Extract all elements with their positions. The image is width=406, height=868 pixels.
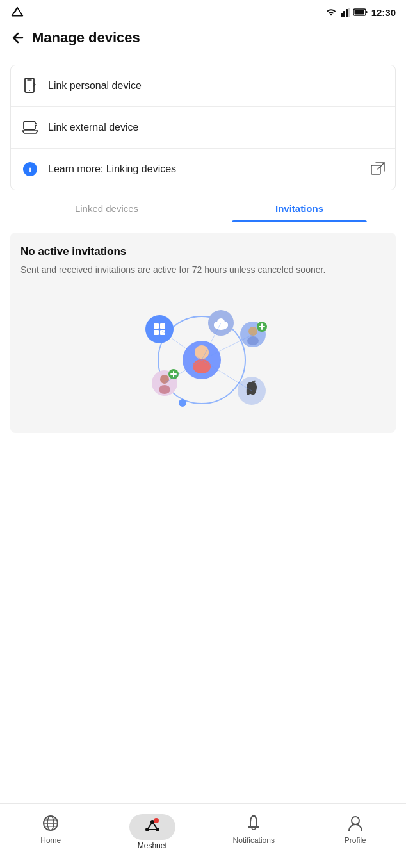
main-content xyxy=(0,433,406,803)
svg-rect-12 xyxy=(24,122,35,129)
svg-point-32 xyxy=(248,327,257,336)
tab-linked-devices[interactable]: Linked devices xyxy=(10,203,203,222)
header: Manage devices xyxy=(0,22,406,54)
link-external-label: Link external device xyxy=(48,122,385,133)
wifi-icon xyxy=(325,8,337,17)
svg-point-33 xyxy=(247,336,259,345)
signal-icon xyxy=(341,8,350,17)
time-display: 12:30 xyxy=(371,7,396,18)
svg-rect-15 xyxy=(371,165,380,174)
bottom-nav: Home xyxy=(0,803,406,868)
tabs-row: Linked devices Invitations xyxy=(10,203,396,222)
svg-rect-23 xyxy=(160,323,165,329)
nav-meshnet-label: Meshnet xyxy=(138,841,167,850)
bell-icon xyxy=(245,814,263,832)
nav-meshnet[interactable]: Meshnet xyxy=(102,809,204,853)
svg-point-38 xyxy=(160,375,169,384)
svg-rect-22 xyxy=(154,323,159,329)
phone-frame: 12:30 Manage devices Link personal xyxy=(0,0,406,868)
nav-profile[interactable]: Profile xyxy=(305,809,407,853)
svg-point-61 xyxy=(154,818,159,823)
svg-rect-7 xyxy=(354,10,364,15)
status-bar: 12:30 xyxy=(0,0,406,22)
svg-rect-3 xyxy=(343,11,345,17)
svg-point-44 xyxy=(179,399,186,407)
svg-point-10 xyxy=(29,90,30,91)
svg-rect-4 xyxy=(346,9,348,17)
status-left xyxy=(10,5,24,19)
nav-profile-label: Profile xyxy=(345,836,366,845)
external-link-icon xyxy=(371,162,385,176)
battery-icon xyxy=(353,8,368,16)
svg-point-63 xyxy=(352,817,359,824)
svg-point-62 xyxy=(253,815,255,817)
link-personal-label: Link personal device xyxy=(48,80,385,92)
meshnet-icon-bg xyxy=(129,814,175,840)
link-personal-device-item[interactable]: Link personal device xyxy=(11,65,395,107)
learn-more-label: Learn more: Linking devices xyxy=(48,163,371,175)
laptop-icon xyxy=(21,119,39,136)
nav-notifications[interactable]: Notifications xyxy=(203,809,305,853)
nav-home-label: Home xyxy=(40,836,61,845)
page-title: Manage devices xyxy=(32,29,140,46)
invitations-title: No active invitations xyxy=(20,245,386,258)
options-card: Link personal device Link external devic… xyxy=(10,65,396,190)
nav-home[interactable]: Home xyxy=(0,809,102,853)
back-button[interactable] xyxy=(10,30,26,45)
svg-point-14 xyxy=(35,124,37,125)
svg-rect-2 xyxy=(341,13,343,17)
svg-rect-24 xyxy=(154,330,159,335)
meshnet-icon xyxy=(143,817,161,835)
smartphone-icon xyxy=(21,77,39,95)
back-arrow-icon xyxy=(10,30,26,45)
svg-point-20 xyxy=(193,359,211,373)
tab-invitations[interactable]: Invitations xyxy=(203,203,396,222)
svg-line-58 xyxy=(147,822,152,830)
invitations-description: Sent and received invitations are active… xyxy=(20,263,386,277)
globe-icon xyxy=(42,814,60,832)
svg-rect-8 xyxy=(366,11,367,13)
status-right: 12:30 xyxy=(325,7,396,18)
svg-point-39 xyxy=(159,385,170,394)
profile-icon xyxy=(346,814,364,832)
learn-more-item[interactable]: i Learn more: Linking devices xyxy=(11,149,395,190)
invitations-illustration xyxy=(20,290,386,418)
invitations-card: No active invitations Sent and received … xyxy=(10,233,396,433)
svg-rect-5 xyxy=(348,8,350,17)
nav-notifications-label: Notifications xyxy=(233,836,275,845)
svg-point-30 xyxy=(217,318,225,326)
svg-line-16 xyxy=(378,163,384,169)
link-external-device-item[interactable]: Link external device xyxy=(11,107,395,149)
info-icon: i xyxy=(21,160,39,178)
app-logo-icon xyxy=(10,5,24,19)
